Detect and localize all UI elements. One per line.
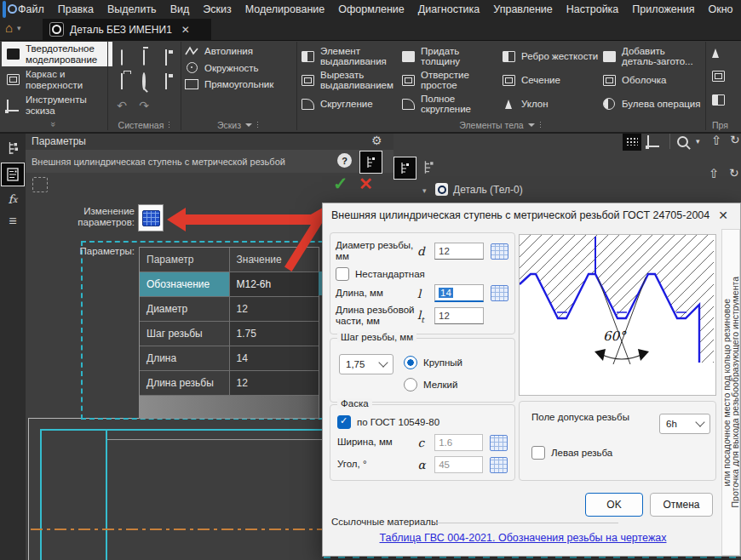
tool-cut-extrude[interactable]: Вырезать выдавливанием <box>300 70 400 90</box>
save-button[interactable] <box>165 50 167 66</box>
confirm-check-icon[interactable]: ✓ <box>333 174 348 194</box>
close-tab-icon[interactable]: ✕ <box>181 24 190 36</box>
tool-autoline[interactable]: Автолиния <box>184 46 273 56</box>
menu-diagnostics[interactable]: Диагностика <box>411 3 486 15</box>
gost-checkbox[interactable] <box>337 415 351 429</box>
ok-button[interactable]: OK <box>585 493 643 517</box>
print-button[interactable] <box>121 74 123 89</box>
tool-extrude[interactable]: Элемент выдавливания <box>300 46 400 66</box>
mode-sketch-tools[interactable]: Инструменты эскиза <box>2 93 112 117</box>
preview-button[interactable] <box>142 74 146 89</box>
orient-up-icon[interactable]: ⇧ <box>711 133 722 148</box>
menu-view[interactable]: Вид <box>164 3 197 15</box>
nonstandard-checkbox[interactable] <box>336 267 349 281</box>
length-calc-icon[interactable] <box>491 285 508 301</box>
gear-icon[interactable]: ⚙ <box>371 134 382 147</box>
pitch-major-option[interactable]: Крупный <box>404 356 462 369</box>
length-input[interactable]: 14 <box>434 284 484 302</box>
groove-flyout-tab[interactable]: или посадочное место под кольцо резиново… <box>721 229 740 556</box>
help-icon[interactable]: ? <box>337 153 352 168</box>
chamfer-width-input[interactable]: 1.6 <box>434 434 483 451</box>
tree-expand-caret[interactable]: ▾ <box>422 186 427 195</box>
partial-tool-2[interactable] <box>712 70 725 85</box>
menu-management[interactable]: Управление <box>486 3 560 15</box>
home-button[interactable]: ⌂ ▾ <box>5 20 21 35</box>
tool-fillet[interactable]: Скругление <box>300 99 400 110</box>
pitch-dropdown[interactable]: 1,75 <box>339 354 393 374</box>
change-parameters-button[interactable] <box>138 204 164 231</box>
tree-secondary-icon[interactable] <box>423 160 435 178</box>
sketch-centerline[interactable] <box>31 529 322 530</box>
tool-simple-hole[interactable]: Отверстие простое <box>400 70 501 90</box>
reference-link[interactable]: Таблица ГВС 004-2021. Обозначения резьбы… <box>323 532 723 544</box>
menu-sketch[interactable]: Эскиз <box>196 3 238 15</box>
table-row[interactable]: Длина резьбы 12 <box>140 370 319 395</box>
table-row[interactable]: Диаметр 12 <box>140 296 319 321</box>
mode-solid-modeling[interactable]: Твердотельное моделирование <box>2 42 112 66</box>
menu-file[interactable]: Файл <box>11 3 51 15</box>
chamfer-gost-row[interactable]: по ГОСТ 10549-80 <box>337 415 439 429</box>
menu-select[interactable]: Выделить <box>101 3 164 15</box>
tool-rib[interactable]: Ребро жесткости <box>501 51 601 62</box>
chevron-down-icon[interactable]: ▾ <box>696 137 700 146</box>
tool-circle[interactable]: Окружность <box>184 62 273 73</box>
app-logo-icon[interactable] <box>3 1 6 18</box>
tree-structure-icon[interactable] <box>393 157 416 180</box>
open-document-button[interactable] <box>143 50 145 66</box>
left-thread-row[interactable]: Левая резьба <box>531 446 612 460</box>
pitch-minor-option[interactable]: Мелкий <box>404 378 457 391</box>
parameters-panel-icon[interactable] <box>1 163 25 186</box>
chamfer-width-calc-icon[interactable] <box>490 435 508 451</box>
thread-length-input[interactable]: 12 <box>434 307 484 324</box>
tree-toggle-icon[interactable] <box>359 151 382 174</box>
close-icon[interactable]: ✕ <box>718 209 728 222</box>
diameter-input[interactable]: 12 <box>434 243 484 260</box>
zoom-search-icon[interactable] <box>677 136 688 147</box>
mode-wireframe-surfaces[interactable]: Каркас и поверхности <box>2 67 112 92</box>
chamfer-angle-calc-icon[interactable] <box>490 457 508 473</box>
rotate-view-icon[interactable]: ↻ <box>730 133 740 146</box>
tool-boolean[interactable]: Булева операция <box>601 98 702 110</box>
save-as-button[interactable] <box>165 74 167 89</box>
selection-frame-icon[interactable] <box>32 177 48 192</box>
table-row[interactable]: Длина 14 <box>140 346 319 370</box>
tree-view-icon[interactable] <box>0 137 26 159</box>
chamfer-angle-input[interactable]: 45 <box>434 456 483 473</box>
tool-section[interactable]: Сечение <box>501 75 601 86</box>
menu-applications[interactable]: Приложения <box>625 3 701 15</box>
new-document-button[interactable] <box>121 50 123 66</box>
grid-display-icon[interactable] <box>623 132 641 151</box>
redo-button[interactable]: ↷ <box>139 99 149 112</box>
sketch-cyan-line[interactable] <box>40 429 42 560</box>
raise-icon[interactable]: ⇧ <box>709 166 720 181</box>
tree-item-part[interactable]: Деталь (Тел-0) <box>453 184 523 196</box>
menu-layout[interactable]: Оформление <box>331 3 411 15</box>
partial-tool-1[interactable] <box>712 46 719 61</box>
menu-edit[interactable]: Правка <box>51 3 101 15</box>
tool-shell[interactable]: Оболочка <box>601 75 702 86</box>
tool-thicken[interactable]: Придать толщину <box>400 46 501 66</box>
hamburger-menu-icon[interactable]: ≡ <box>0 210 26 232</box>
tool-rectangle[interactable]: Прямоугольник <box>184 79 273 89</box>
table-row[interactable]: Шаг резьбы 1.75 <box>140 321 319 346</box>
document-tab[interactable]: Деталь БЕЗ ИМЕНИ1 ✕ <box>43 19 211 40</box>
partial-tool-3[interactable] <box>712 94 725 109</box>
tool-add-part-blank[interactable]: Добавить деталь-загото... <box>601 46 702 66</box>
major-radio[interactable] <box>404 356 417 369</box>
diameter-calc-icon[interactable] <box>491 243 508 260</box>
cancel-button[interactable]: Отмена <box>650 493 713 517</box>
table-row[interactable]: Обозначение M12-6h <box>140 271 319 296</box>
minor-radio[interactable] <box>404 378 417 391</box>
tolerance-dropdown[interactable]: 6h <box>659 414 710 434</box>
sketch-cyan-line[interactable] <box>40 429 322 431</box>
menu-window[interactable]: Окно <box>701 3 739 15</box>
menu-modeling[interactable]: Моделирование <box>238 3 332 15</box>
left-thread-checkbox[interactable] <box>531 446 545 460</box>
variables-fx-icon[interactable]: fx <box>0 188 26 210</box>
chevron-down-icon[interactable]: ▾ <box>17 24 21 32</box>
sketch-cyan-line[interactable] <box>106 429 107 560</box>
tool-draft[interactable]: Уклон <box>501 99 601 109</box>
collapse-modes-chevron[interactable]: » <box>2 119 106 129</box>
tool-move-icon[interactable]: ↻ <box>729 166 739 180</box>
undo-button[interactable]: ↶ <box>117 99 127 112</box>
